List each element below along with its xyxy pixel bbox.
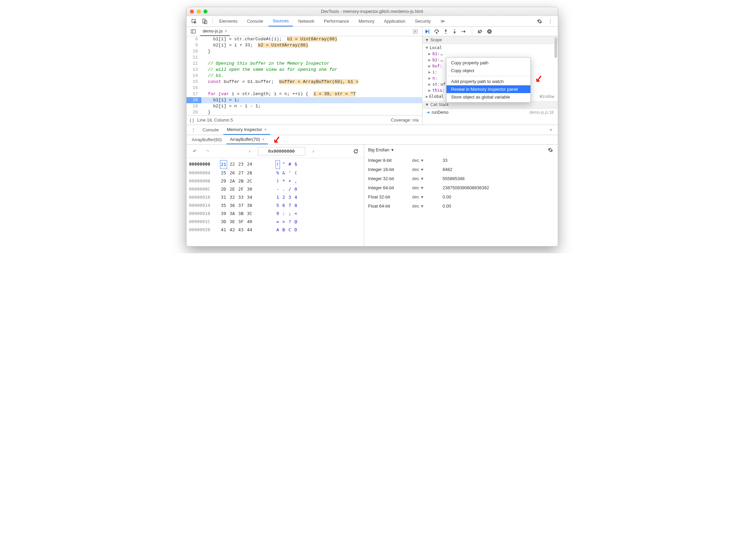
context-menu-item[interactable]: Store object as global variable: [446, 93, 530, 101]
svg-rect-12: [489, 30, 490, 33]
address-input[interactable]: [258, 147, 305, 155]
drawer-tab-memory-inspector[interactable]: Memory Inspector ×: [223, 125, 270, 135]
step-button[interactable]: [461, 29, 466, 34]
format-selector[interactable]: dec ▾: [412, 158, 436, 163]
drawer-tab-console[interactable]: Console: [199, 125, 222, 135]
value-interpretation-row: Float 64-bitdec ▾0.00: [368, 201, 554, 211]
value-interpretation-row: Integer 32-bitdec ▾555885348: [368, 174, 554, 183]
prev-page-button[interactable]: ‹: [245, 147, 255, 156]
close-icon[interactable]: ×: [264, 127, 267, 132]
context-menu-item[interactable]: Reveal in Memory Inspector panel: [446, 85, 530, 93]
context-menu-item[interactable]: Add property path to watch: [446, 78, 530, 85]
pause-on-exceptions-button[interactable]: [487, 29, 492, 34]
code-editor[interactable]: 8 b1[i] = str.charCodeAt(i); b1 = Uint8A…: [187, 36, 422, 115]
deactivate-breakpoints-button[interactable]: [478, 29, 483, 34]
chevron-down-icon: ▾: [421, 185, 423, 190]
step-out-button[interactable]: [452, 29, 457, 34]
tab-console[interactable]: Console: [243, 16, 267, 26]
address-bar: ↶ ↷ ‹ ›: [187, 145, 364, 158]
tab-network[interactable]: Network: [294, 16, 319, 26]
value-interpretation-row: Integer 8-bitdec ▾33: [368, 156, 554, 165]
close-drawer-button[interactable]: ×: [546, 125, 556, 135]
step-into-button[interactable]: [443, 29, 448, 34]
value-interpretation-row: Integer 64-bitdec ▾2387509390608836392: [368, 183, 554, 192]
svg-point-10: [487, 29, 491, 34]
braces-icon[interactable]: { }: [190, 117, 194, 123]
next-page-button[interactable]: ›: [309, 147, 318, 156]
svg-point-6: [436, 32, 437, 33]
gear-icon[interactable]: [535, 17, 544, 26]
step-over-button[interactable]: [434, 29, 439, 34]
window-title: DevTools - memory-inspector.glitch.me/de…: [321, 9, 423, 14]
context-menu[interactable]: Copy property pathCopy objectAdd propert…: [446, 57, 531, 103]
scope-section-header[interactable]: ▼ Scope: [422, 36, 558, 44]
buffer-tab[interactable]: ArrayBuffer(60): [189, 135, 225, 144]
minimize-window-button[interactable]: [197, 9, 201, 14]
close-icon[interactable]: ×: [262, 137, 265, 142]
kebab-icon[interactable]: ⋮: [546, 17, 555, 26]
file-tab[interactable]: demo-js.js ×: [200, 27, 230, 36]
tab-sources[interactable]: Sources: [268, 16, 293, 26]
devtools-window: DevTools - memory-inspector.glitch.me/de…: [186, 7, 558, 246]
chevron-down-icon: ▾: [421, 194, 423, 199]
format-selector[interactable]: dec ▾: [412, 176, 436, 181]
gear-icon[interactable]: [548, 147, 553, 153]
buffer-tab-bar: ArrayBuffer(60)ArrayBuffer(70)×: [187, 135, 558, 145]
undo-icon[interactable]: ↶: [190, 147, 199, 156]
cursor-position: Line 18, Column 5: [197, 117, 233, 123]
scope-variable[interactable]: ▶b1: …: [424, 51, 558, 57]
svg-rect-3: [191, 29, 195, 33]
value-interpretation-row: Float 32-bitdec ▾0.00: [368, 192, 554, 201]
svg-point-9: [461, 31, 462, 32]
format-selector[interactable]: dec ▾: [412, 194, 436, 199]
inspect-icon[interactable]: [189, 17, 199, 26]
context-menu-item[interactable]: Copy object: [446, 67, 530, 74]
tab-elements[interactable]: Elements: [215, 16, 242, 26]
editor-status-bar: { } Line 18, Column 5 Coverage: n/a: [187, 115, 422, 125]
context-menu-item[interactable]: Copy property path: [446, 59, 530, 67]
svg-rect-1: [203, 19, 205, 23]
chevron-down-icon: ▾: [421, 167, 423, 172]
svg-point-7: [445, 33, 446, 34]
coverage-status: Coverage: n/a: [391, 117, 419, 123]
value-interpretation-row: Integer 16-bitdec ▾8482: [368, 165, 554, 174]
hex-viewer[interactable]: 0000000021222324!"#$0000000425262728%&'(…: [187, 158, 364, 236]
file-tab-bar: demo-js.js ×: [187, 27, 422, 36]
svg-point-8: [454, 29, 455, 30]
traffic-lights: [190, 9, 207, 14]
tab-security[interactable]: Security: [411, 16, 435, 26]
drawer-kebab-icon[interactable]: ⋮: [189, 125, 198, 135]
svg-rect-5: [429, 29, 429, 34]
format-selector[interactable]: dec ▾: [412, 185, 436, 190]
format-selector[interactable]: dec ▾: [412, 203, 436, 209]
more-tabs-button[interactable]: ≫: [436, 16, 449, 26]
navigator-icon[interactable]: [189, 27, 198, 36]
chevron-down-icon: ▾: [391, 147, 394, 152]
tab-application[interactable]: Application: [380, 16, 410, 26]
tab-memory[interactable]: Memory: [354, 16, 378, 26]
scrollbar[interactable]: [554, 38, 557, 123]
chevron-down-icon: ▾: [421, 176, 423, 181]
format-selector[interactable]: dec ▾: [412, 167, 436, 172]
drawer-tabstrip: ⋮ Console Memory Inspector × ↙ ×: [187, 125, 558, 135]
window-titlebar: DevTools - memory-inspector.glitch.me/de…: [187, 7, 558, 16]
buffer-tab[interactable]: ArrayBuffer(70)×: [226, 135, 268, 144]
callstack-frame[interactable]: ➔ runDemo demo-js.js:18: [422, 109, 558, 116]
debugger-controls: [422, 27, 558, 36]
chevron-down-icon: ▾: [421, 203, 423, 209]
tab-performance[interactable]: Performance: [320, 16, 353, 26]
divider: [212, 18, 213, 24]
endian-selector[interactable]: Big Endian ▾: [368, 147, 554, 152]
maximize-window-button[interactable]: [203, 9, 207, 14]
device-icon[interactable]: [200, 17, 210, 26]
svg-rect-11: [488, 30, 489, 33]
main-tabstrip: Elements Console Sources Network Perform…: [187, 16, 558, 27]
file-tab-label: demo-js.js: [203, 28, 223, 34]
close-icon[interactable]: ×: [225, 28, 227, 34]
resume-button[interactable]: [424, 29, 430, 34]
refresh-icon[interactable]: [351, 147, 360, 156]
run-snippet-icon[interactable]: [411, 27, 420, 36]
close-window-button[interactable]: [190, 9, 194, 14]
chevron-down-icon: ▾: [421, 158, 423, 163]
redo-icon[interactable]: ↷: [203, 147, 212, 156]
